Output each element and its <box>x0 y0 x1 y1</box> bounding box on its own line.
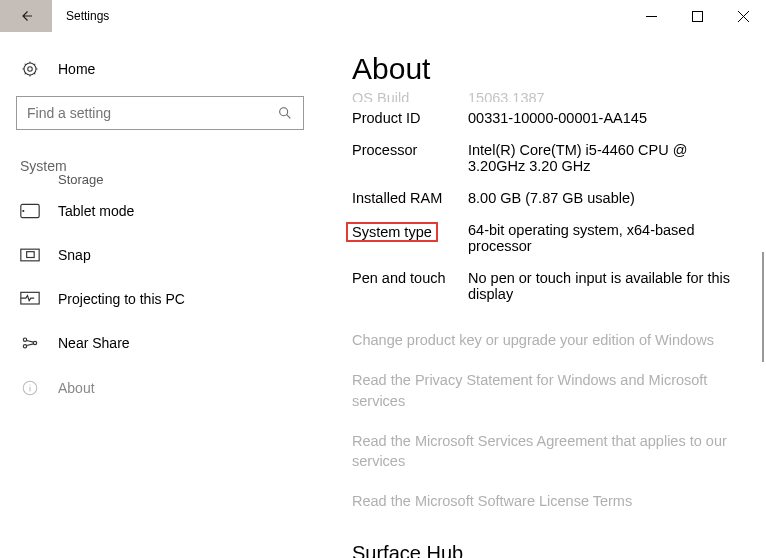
sidebar: Home System Storage Tablet mode Snap <box>0 32 320 558</box>
spec-value: Intel(R) Core(TM) i5-4460 CPU @ 3.20GHz … <box>468 142 742 174</box>
svg-rect-8 <box>27 252 35 258</box>
spec-value: No pen or touch input is available for t… <box>468 270 742 302</box>
svg-point-10 <box>23 338 26 341</box>
sidebar-item-label: Near Share <box>58 335 130 351</box>
projecting-icon <box>20 291 40 307</box>
close-icon <box>738 11 749 22</box>
spec-value: 8.00 GB (7.87 GB usable) <box>468 190 643 206</box>
svg-point-4 <box>280 108 288 116</box>
spec-label: Product ID <box>352 110 468 126</box>
near-share-icon <box>20 335 40 351</box>
svg-point-12 <box>33 341 36 344</box>
page-title: About <box>352 52 742 86</box>
arrow-left-icon <box>17 7 35 25</box>
svg-rect-7 <box>21 249 39 261</box>
info-icon <box>20 379 40 397</box>
home-label: Home <box>58 61 95 77</box>
sidebar-item-about[interactable]: About <box>16 365 304 411</box>
svg-rect-1 <box>692 11 702 21</box>
window-controls <box>628 0 766 32</box>
home-nav[interactable]: Home <box>16 52 304 96</box>
sidebar-item-label: Snap <box>58 247 91 263</box>
tablet-icon <box>20 203 40 219</box>
search-input[interactable] <box>27 105 277 121</box>
sidebar-item-snap[interactable]: Snap <box>16 233 304 277</box>
spec-row: System type64-bit operating system, x64-… <box>352 214 742 262</box>
minimize-icon <box>646 11 657 22</box>
settings-link[interactable]: Change product key or upgrade your editi… <box>352 320 742 360</box>
sidebar-item-projecting[interactable]: Projecting to this PC <box>16 277 304 321</box>
spec-label: Installed RAM <box>352 190 468 206</box>
spec-row: ProcessorIntel(R) Core(TM) i5-4460 CPU @… <box>352 134 742 182</box>
sidebar-item-truncated[interactable]: Storage <box>16 172 304 187</box>
sidebar-item-label: Tablet mode <box>58 203 134 219</box>
spec-row-osbuild: OS Build 15063.1387 <box>352 90 742 102</box>
app-title: Settings <box>52 9 109 23</box>
svg-point-11 <box>23 345 26 348</box>
search-icon <box>277 105 293 121</box>
spec-label: Processor <box>352 142 468 174</box>
spec-label: Pen and touch <box>352 270 468 302</box>
sidebar-item-label: Projecting to this PC <box>58 291 185 307</box>
home-icon <box>20 60 40 78</box>
settings-link[interactable]: Read the Microsoft Software License Term… <box>352 481 742 521</box>
scrollbar[interactable] <box>762 252 764 362</box>
spec-row: Installed RAM8.00 GB (7.87 GB usable) <box>352 182 742 214</box>
main-content: About OS Build 15063.1387 Product ID0033… <box>320 32 766 558</box>
svg-point-2 <box>24 63 36 75</box>
back-button[interactable] <box>0 0 52 32</box>
sidebar-item-near-share[interactable]: Near Share <box>16 321 304 365</box>
svg-point-3 <box>28 67 33 72</box>
minimize-button[interactable] <box>628 0 674 32</box>
settings-link[interactable]: Read the Microsoft Services Agreement th… <box>352 421 742 482</box>
spec-value: 00331-10000-00001-AA145 <box>468 110 655 126</box>
close-button[interactable] <box>720 0 766 32</box>
section-surface-hub: Surface Hub <box>352 542 742 558</box>
sidebar-item-tablet-mode[interactable]: Tablet mode <box>16 189 304 233</box>
settings-link[interactable]: Read the Privacy Statement for Windows a… <box>352 360 742 421</box>
spec-label: System type <box>352 222 468 254</box>
spec-row: Product ID00331-10000-00001-AA145 <box>352 102 742 134</box>
maximize-button[interactable] <box>674 0 720 32</box>
sidebar-item-label: About <box>58 380 95 396</box>
svg-rect-0 <box>646 16 657 17</box>
search-box[interactable] <box>16 96 304 130</box>
spec-value: 64-bit operating system, x64-based proce… <box>468 222 742 254</box>
spec-label: OS Build <box>352 90 468 102</box>
spec-value: 15063.1387 <box>468 90 553 102</box>
snap-icon <box>20 248 40 262</box>
maximize-icon <box>692 11 703 22</box>
spec-row: Pen and touchNo pen or touch input is av… <box>352 262 742 310</box>
titlebar: Settings <box>0 0 766 32</box>
svg-point-6 <box>23 211 24 212</box>
